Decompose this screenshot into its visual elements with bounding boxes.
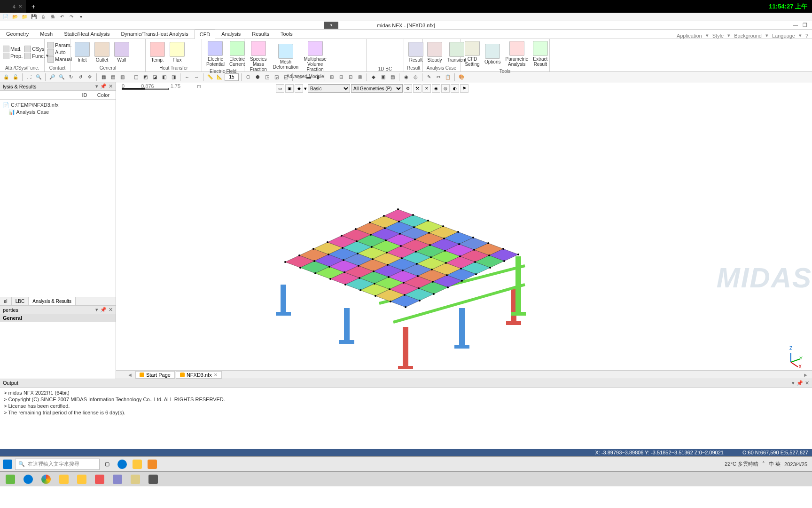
view-icon[interactable]: ◧ [160, 73, 168, 81]
taskbar-app-midas[interactable] [146, 458, 159, 471]
taskbar-app-edge[interactable] [116, 458, 129, 471]
filter-icon[interactable]: ⚑ [460, 84, 468, 93]
save-all-icon[interactable]: ⎙ [39, 13, 47, 21]
scroll-left-icon[interactable]: ◄ [125, 372, 134, 378]
filter-icon[interactable]: ✕ [422, 84, 431, 93]
doc-tab-start[interactable]: Start Page [135, 371, 175, 379]
outlet-button[interactable]: Outlet [93, 41, 111, 64]
options-button[interactable]: Options [483, 43, 502, 65]
adv-mini-button[interactable] [356, 49, 362, 56]
misc-icon[interactable]: ▣ [379, 73, 387, 81]
taskbar-app-explorer[interactable] [73, 473, 90, 486]
view-icon[interactable]: ◩ [141, 73, 149, 81]
opt-application[interactable]: Application [677, 33, 702, 39]
select-mode-icon[interactable]: ▣ [285, 84, 294, 93]
misc-icon[interactable]: ✂ [434, 73, 443, 81]
window-minimize-icon[interactable]: — [791, 22, 800, 28]
redo-icon[interactable]: ↷ [68, 13, 75, 21]
close-icon[interactable]: ✕ [805, 380, 809, 386]
snap-icon[interactable]: ⊞ [328, 73, 336, 81]
taskbar-search[interactable]: 🔍 在這裡輸入文字來搜尋 [15, 459, 100, 470]
zoom-out-icon[interactable]: 🔍 [57, 73, 66, 81]
view-icon[interactable]: ◫ [132, 73, 140, 81]
wall-button[interactable]: Wall [113, 41, 131, 64]
bc-mini-button[interactable] [369, 58, 377, 65]
panel-dropdown-icon[interactable]: ▾ [792, 380, 795, 386]
measure-icon[interactable]: 📏 [206, 73, 214, 81]
panel-dropdown-icon[interactable]: ▾ [95, 83, 98, 89]
electric-potential-button[interactable]: Electric Potential [205, 40, 226, 68]
auto-button[interactable]: Auto [47, 49, 72, 56]
select-mode-icon[interactable]: ▭ [276, 84, 284, 93]
taskbar-app[interactable] [109, 473, 126, 486]
ime-indicator[interactable]: 中 英 [769, 460, 781, 468]
output-panel-body[interactable]: > midas NFX 2022R1 (64bit) > Copyright (… [0, 388, 812, 449]
taskbar-app[interactable] [127, 473, 144, 486]
tree-analysis-item[interactable]: 📊 Analysis Case [3, 109, 113, 116]
layer-icon[interactable]: ▬ [304, 73, 313, 81]
general-mini-button[interactable] [133, 53, 139, 59]
matl-button[interactable]: Matl. [3, 46, 23, 52]
result-button[interactable]: Result [407, 41, 425, 64]
close-icon[interactable]: ✕ [214, 373, 218, 377]
tab-geometry[interactable]: Geometry [1, 29, 34, 39]
pin-icon[interactable]: 📌 [100, 307, 107, 313]
filter-icon[interactable]: ⚒ [413, 84, 422, 93]
help-icon[interactable]: ? [805, 33, 808, 39]
adv-mini-button[interactable] [330, 57, 337, 64]
taskbar-app[interactable] [91, 473, 108, 486]
zoom-fit-icon[interactable]: ⛶ [25, 73, 33, 81]
grid-icon[interactable]: ▦ [99, 73, 108, 81]
species-mass-button[interactable]: Species Mass Fraction [247, 40, 270, 73]
new-tab-button[interactable]: + [26, 3, 41, 10]
heat-mini-button[interactable] [188, 53, 195, 59]
mesh-deformation-button[interactable]: Mesh Deformation [272, 43, 300, 71]
taskbar-app-mail[interactable] [55, 473, 72, 486]
props-general-header[interactable]: General [0, 314, 116, 322]
tree-file-item[interactable]: 📄 C:\TEMP\NFXD3.nfx [3, 102, 113, 109]
cube-icon[interactable]: ◲ [272, 73, 281, 81]
adv-mini-button[interactable] [339, 49, 345, 56]
start-button[interactable] [1, 458, 14, 471]
param-button[interactable]: Param. [47, 42, 72, 48]
close-icon[interactable]: ✕ [109, 307, 113, 313]
lock-icon[interactable]: 🔒 [2, 73, 10, 81]
tab-analysis-results[interactable]: Analysis & Results [29, 297, 76, 305]
close-icon[interactable]: ✕ [18, 4, 22, 9]
view-icon[interactable]: ◨ [169, 73, 178, 81]
close-icon[interactable]: ✕ [109, 83, 113, 89]
steady-button[interactable]: Steady [426, 41, 444, 64]
bc-mini-button[interactable] [369, 40, 377, 48]
flux-button[interactable]: Flux [168, 41, 186, 64]
adv-mini-button[interactable] [356, 57, 362, 64]
taskbar-app[interactable] [2, 473, 19, 486]
nav-back-icon[interactable]: ← [183, 73, 191, 81]
tab-static[interactable]: Static/Heat Analysis [59, 29, 115, 39]
adv-mini-button[interactable] [347, 49, 354, 56]
cube-icon[interactable]: ◳ [263, 73, 271, 81]
tray-arrow-icon[interactable]: ˄ [762, 461, 765, 467]
filter-icon[interactable]: ◐ [451, 84, 459, 93]
filter-icon[interactable]: ◉ [432, 84, 440, 93]
misc-icon[interactable]: ◉ [402, 73, 410, 81]
snap-icon[interactable]: ⊟ [337, 73, 345, 81]
tab-tools[interactable]: Tools [275, 29, 298, 39]
filter-icon[interactable]: ⚙ [404, 84, 412, 93]
pan-icon[interactable]: ✥ [86, 73, 94, 81]
color-picker-icon[interactable]: 🎨 [457, 73, 466, 81]
heat-mini-button[interactable] [188, 45, 195, 52]
task-view-icon[interactable]: ▢ [101, 458, 114, 471]
layer-icon[interactable]: ▭ [295, 73, 304, 81]
snap-icon[interactable]: ⊡ [346, 73, 355, 81]
geometry-filter-dropdown[interactable]: All Geometries (P) [351, 84, 403, 93]
iso-view-icon[interactable]: ⬢ [253, 73, 262, 81]
temp-button[interactable]: Temp. [148, 41, 166, 64]
inlet-button[interactable]: Inlet [73, 41, 91, 64]
tab-results[interactable]: Results [247, 29, 274, 39]
unlock-icon[interactable]: 🔓 [11, 73, 20, 81]
browser-tab[interactable]: 4 ✕ [0, 0, 26, 13]
misc-icon[interactable]: ◎ [411, 73, 420, 81]
filter-icon[interactable]: ◎ [441, 84, 450, 93]
misc-icon[interactable]: ✎ [425, 73, 433, 81]
adv-mini-button[interactable] [339, 57, 345, 64]
